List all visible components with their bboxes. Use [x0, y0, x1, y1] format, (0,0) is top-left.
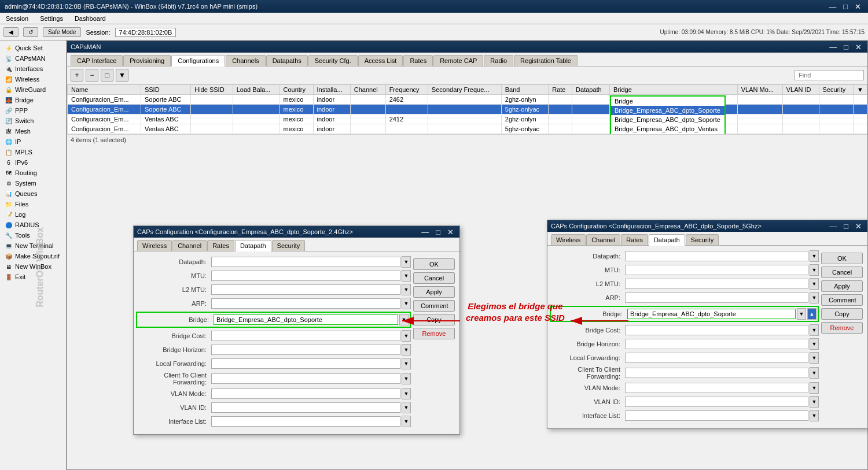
sidebar-item-system[interactable]: ⚙ System	[0, 178, 66, 188]
popup2-vlanid-input[interactable]	[625, 397, 808, 407]
menu-session[interactable]: Session	[3, 14, 31, 23]
table-row[interactable]: Configuracion_Em... Ventas ABC mexico in…	[68, 114, 867, 124]
popup2-bridge-dropdown-btn[interactable]: ▼	[797, 308, 806, 320]
safe-mode-button[interactable]: Safe Mode	[43, 27, 81, 37]
popup2-title[interactable]: CAPs Configuration <Configuracion_Empres…	[547, 220, 867, 232]
sidebar-item-ip[interactable]: 🌐 IP	[0, 136, 66, 147]
popup2-vlanmode-input[interactable]	[625, 383, 808, 393]
popup1-ok-button[interactable]: OK	[413, 258, 455, 270]
bridge-option-3[interactable]: Bridge_Empresa_ABC_dpto_Soporte	[611, 115, 724, 124]
popup1-mtu-dropdown[interactable]: ▼	[402, 270, 411, 282]
popup2-bridge-up[interactable]: ▲	[807, 308, 816, 320]
popup1-c2c-input[interactable]	[211, 373, 400, 384]
popup1-iflist-input[interactable]	[211, 416, 400, 427]
popup1-minimize[interactable]: —	[419, 228, 431, 236]
filter-button[interactable]: ▼	[116, 69, 128, 82]
popup2-tab-wireless[interactable]: Wireless	[551, 234, 586, 245]
popup1-title[interactable]: CAPs Configuration <Configuracion_Empres…	[134, 226, 459, 238]
col-vlan-mode[interactable]: VLAN Mo...	[737, 85, 782, 95]
maximize-button[interactable]: □	[841, 2, 850, 11]
tab-access-list[interactable]: Access List	[358, 55, 403, 66]
sidebar-item-routing[interactable]: 🗺 Routing	[0, 168, 66, 178]
popup2-copy-button[interactable]: Copy	[821, 308, 863, 320]
popup1-arp-dropdown[interactable]: ▼	[402, 298, 411, 309]
popup1-vlanmode-input[interactable]	[211, 388, 400, 399]
popup2-bridgehorizon-input[interactable]	[625, 339, 808, 349]
col-security[interactable]: Security	[819, 85, 854, 95]
popup1-l2mtu-dropdown[interactable]: ▼	[402, 284, 411, 295]
popup1-tab-security[interactable]: Security	[272, 240, 306, 251]
sidebar-item-switch[interactable]: 🔄 Switch	[0, 116, 66, 126]
popup2-arp-dropdown[interactable]: ▼	[810, 292, 819, 304]
popup1-datapath-dropdown[interactable]: ▼	[402, 256, 411, 268]
tab-channels[interactable]: Channels	[226, 55, 265, 66]
popup2-datapath-dropdown[interactable]: ▼	[810, 250, 819, 262]
popup2-close[interactable]: ✕	[853, 222, 864, 231]
table-row[interactable]: Configuracion_Em... Soporte ABC mexico i…	[68, 95, 867, 105]
popup1-arp-input[interactable]	[211, 298, 400, 309]
menu-dashboard[interactable]: Dashboard	[72, 14, 108, 23]
sidebar-item-capsman[interactable]: 📡 CAPsMAN	[0, 53, 66, 64]
popup1-comment-button[interactable]: Comment	[413, 300, 455, 312]
col-rate[interactable]: Rate	[549, 85, 572, 95]
popup2-remove-button[interactable]: Remove	[821, 322, 863, 334]
capsman-close[interactable]: ✕	[853, 43, 864, 51]
sidebar-item-mesh[interactable]: 🕸 Mesh	[0, 126, 66, 136]
sidebar-item-interfaces[interactable]: 🔌 Interfaces	[0, 64, 66, 74]
popup1-bridgehorizon-dropdown[interactable]: ▼	[402, 344, 411, 356]
sidebar-item-ipv6[interactable]: 6 IPv6	[0, 157, 66, 168]
popup2-c2c-input[interactable]	[625, 368, 808, 378]
popup2-tab-datapath[interactable]: Datapath	[649, 234, 685, 246]
popup1-apply-button[interactable]: Apply	[413, 286, 455, 298]
refresh-button[interactable]: ↺	[23, 27, 38, 37]
col-hide-ssid[interactable]: Hide SSID	[191, 85, 233, 95]
popup2-datapath-input[interactable]	[625, 251, 808, 261]
popup1-mtu-input[interactable]	[211, 271, 400, 281]
table-row[interactable]: Configuracion_Em... Ventas ABC mexico in…	[68, 124, 867, 134]
popup2-bridgecost-input[interactable]	[625, 325, 808, 335]
back-button[interactable]: ◀	[3, 27, 19, 37]
popup1-remove-button[interactable]: Remove	[413, 328, 455, 339]
popup1-c2c-dropdown[interactable]: ▼	[402, 373, 411, 384]
popup2-tab-rates[interactable]: Rates	[621, 234, 648, 245]
sidebar-item-new-winbox[interactable]: 🖥 New WinBox	[0, 261, 66, 272]
col-expand[interactable]: ▼	[854, 85, 867, 95]
sidebar-item-make-supout[interactable]: 📦 Make Supout.rif	[0, 251, 66, 261]
capsman-minimize[interactable]: —	[827, 43, 839, 51]
popup2-mtu-dropdown[interactable]: ▼	[810, 264, 819, 276]
tab-configurations[interactable]: Configurations	[171, 55, 225, 66]
popup2-tab-security[interactable]: Security	[686, 234, 719, 245]
sidebar-item-files[interactable]: 📁 Files	[0, 199, 66, 209]
popup1-localfwd-dropdown[interactable]: ▼	[402, 358, 411, 369]
col-frequency[interactable]: Frequency	[385, 85, 428, 95]
sidebar-item-bridge[interactable]: 🌉 Bridge	[0, 95, 66, 105]
sidebar-item-radius[interactable]: 🔵 RADIUS	[0, 220, 66, 230]
sidebar-item-wireless[interactable]: 📶 Wireless	[0, 74, 66, 84]
bridge-option-1[interactable]: Bridge	[611, 97, 724, 106]
popup1-vlanid-dropdown[interactable]: ▼	[402, 402, 411, 413]
tab-security-cfg[interactable]: Security Cfg.	[308, 55, 358, 66]
popup1-bridge-input[interactable]	[214, 314, 398, 325]
tab-registration-table[interactable]: Registration Table	[514, 55, 578, 66]
popup1-cancel-button[interactable]: Cancel	[413, 272, 455, 284]
popup2-maximize[interactable]: □	[841, 222, 851, 231]
sidebar-item-wireguard[interactable]: 🔒 WireGuard	[0, 84, 66, 95]
popup2-l2mtu-input[interactable]	[625, 279, 808, 289]
table-row[interactable]: Configuracion_Em... Soporte ABC mexico i…	[68, 105, 867, 114]
popup1-tab-wireless[interactable]: Wireless	[137, 240, 172, 251]
popup2-tab-channel[interactable]: Channel	[586, 234, 620, 245]
col-channel[interactable]: Channel	[350, 85, 385, 95]
popup2-iflist-dropdown[interactable]: ▼	[810, 410, 819, 421]
popup1-tab-rates[interactable]: Rates	[207, 240, 234, 251]
tab-rates[interactable]: Rates	[403, 55, 433, 66]
popup2-vlanmode-dropdown[interactable]: ▼	[810, 382, 819, 394]
sidebar-item-tools[interactable]: 🔧 Tools	[0, 230, 66, 240]
close-button[interactable]: ✕	[852, 2, 863, 11]
sidebar-item-new-terminal[interactable]: 💻 New Terminal	[0, 240, 66, 251]
popup2-l2mtu-dropdown[interactable]: ▼	[810, 278, 819, 290]
sidebar-item-log[interactable]: 📝 Log	[0, 209, 66, 220]
popup2-ok-button[interactable]: OK	[821, 253, 863, 264]
col-load-balance[interactable]: Load Bala...	[233, 85, 279, 95]
popup2-vlanid-dropdown[interactable]: ▼	[810, 396, 819, 408]
popup1-vlanid-input[interactable]	[211, 402, 400, 413]
